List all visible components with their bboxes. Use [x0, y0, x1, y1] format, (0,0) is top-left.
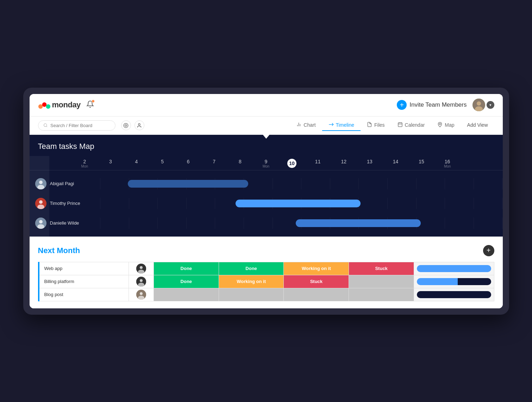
add-view-label: Add View — [467, 122, 488, 128]
tab-timeline[interactable]: Timeline — [322, 120, 361, 131]
timeline-tab-icon — [328, 122, 334, 128]
gantt-date-col: 10 — [279, 156, 305, 170]
gantt-bar[interactable] — [236, 200, 361, 207]
svg-point-0 — [38, 104, 43, 109]
gantt-date-col: 4 — [124, 156, 150, 170]
task-name-cell: Billing platform — [39, 275, 129, 288]
chart-tab-icon — [296, 122, 301, 128]
chart-tab-label: Chart — [303, 122, 315, 128]
toolbar: Chart Timeline — [30, 117, 503, 135]
timeline-cell — [414, 262, 494, 275]
timeline-mini-bar — [417, 278, 491, 285]
status-cell[interactable]: Stuck — [349, 262, 414, 275]
device-frame: monday + Invite Team Members — [23, 88, 509, 315]
view-tabs: Chart Timeline — [290, 120, 494, 131]
calendar-tab-label: Calendar — [405, 122, 425, 128]
gantt-date-col: 16Mon — [434, 156, 461, 170]
invite-plus-icon: + — [397, 100, 407, 110]
add-view-button[interactable]: Add View — [461, 120, 494, 131]
svg-point-6 — [44, 124, 46, 126]
gantt-title: Team tasks Map — [38, 142, 94, 151]
bottom-padding — [30, 301, 503, 308]
files-tab-label: Files — [374, 122, 385, 128]
tab-map[interactable]: Map — [431, 120, 461, 131]
gantt-date-col: 15 — [408, 156, 434, 170]
status-cell[interactable]: Stuck — [284, 275, 349, 288]
tab-files[interactable]: Files — [361, 120, 391, 131]
calendar-tab-icon — [398, 122, 403, 128]
timeline-mini-bar — [417, 291, 491, 298]
gantt-date-area: 2Mon3456789Mon10111213141516Mon Abigail … — [30, 156, 503, 237]
svg-point-10 — [138, 123, 140, 125]
task-avatar-cell — [129, 288, 154, 301]
gantt-rows: Abigail Pagi Timothy Prince Danielle Wil… — [30, 170, 503, 237]
person-avatar — [35, 218, 46, 229]
gantt-date-col: 3 — [98, 156, 124, 170]
status-cell[interactable] — [154, 288, 219, 301]
invite-team-button[interactable]: + Invite Team Members — [397, 100, 467, 110]
status-cell[interactable]: Done — [154, 262, 219, 275]
search-input[interactable] — [50, 123, 110, 128]
invite-label: Invite Team Members — [409, 101, 467, 108]
gantt-date-col: 2Mon — [72, 156, 98, 170]
status-cell[interactable]: Done — [219, 262, 284, 275]
filter-icon[interactable] — [121, 120, 131, 130]
task-table: Web app DoneDoneWorking on itStuckBillin… — [38, 262, 494, 301]
gantt-date-col: 8 — [227, 156, 253, 170]
gantt-date-col: 6 — [175, 156, 201, 170]
person-filter-icon[interactable] — [134, 120, 144, 130]
svg-point-19 — [439, 123, 441, 125]
status-cell[interactable]: Working on it — [284, 262, 349, 275]
status-cell[interactable] — [349, 275, 414, 288]
logo-text: monday — [52, 100, 81, 109]
svg-point-4 — [477, 101, 481, 106]
svg-point-30 — [140, 266, 143, 269]
svg-point-33 — [140, 279, 143, 282]
avatar-dropdown-arrow[interactable]: ▾ — [487, 101, 494, 109]
svg-point-8 — [124, 123, 128, 128]
gantt-row: Timothy Prince — [30, 194, 503, 213]
user-avatar[interactable] — [472, 99, 485, 111]
svg-line-7 — [46, 126, 47, 127]
gantt-bar[interactable] — [296, 219, 421, 227]
section-header: Next Month + — [38, 245, 494, 256]
status-cell[interactable]: Working on it — [219, 275, 284, 288]
tab-calendar[interactable]: Calendar — [391, 120, 431, 131]
task-name-cell: Blog post — [39, 288, 129, 301]
table-row: Billing platform DoneWorking on itStuck — [39, 275, 494, 288]
svg-point-2 — [46, 104, 50, 109]
gantt-bar[interactable] — [128, 180, 249, 188]
svg-point-9 — [125, 125, 127, 126]
gantt-date-col: 14 — [383, 156, 409, 170]
gantt-date-col: 13 — [357, 156, 383, 170]
notifications-bell[interactable] — [86, 100, 94, 109]
status-cell[interactable] — [284, 288, 349, 301]
nav-right: + Invite Team Members ▾ — [397, 99, 494, 111]
gantt-bar-area — [72, 218, 503, 229]
logo[interactable]: monday — [38, 100, 81, 110]
task-avatar-cell — [129, 275, 154, 288]
search-box[interactable] — [38, 120, 115, 131]
status-cell[interactable] — [219, 288, 284, 301]
add-row-button[interactable]: + — [483, 245, 494, 256]
next-month-section: Next Month + Web app DoneDoneWorking on … — [30, 237, 503, 301]
status-cell[interactable]: Done — [154, 275, 219, 288]
gantt-bar-area — [72, 198, 503, 209]
person-avatar — [35, 198, 46, 209]
svg-point-24 — [39, 200, 43, 204]
map-tab-label: Map — [445, 122, 454, 128]
map-tab-icon — [437, 122, 443, 128]
task-avatar-cell — [129, 262, 154, 275]
svg-point-36 — [140, 292, 143, 295]
gantt-row: Abigail Pagi — [30, 174, 503, 194]
app-container: monday + Invite Team Members — [30, 94, 503, 308]
table-row: Blog post — [39, 288, 494, 301]
task-name-cell: Web app — [39, 262, 129, 275]
status-cell[interactable] — [349, 288, 414, 301]
timeline-tab-label: Timeline — [336, 122, 354, 128]
gantt-row: Danielle Wilde — [30, 213, 503, 233]
svg-rect-15 — [398, 123, 402, 127]
tab-chart[interactable]: Chart — [290, 120, 322, 131]
person-name: Abigail Pagi — [50, 181, 74, 186]
gantt-row-label: Timothy Prince — [30, 198, 72, 209]
